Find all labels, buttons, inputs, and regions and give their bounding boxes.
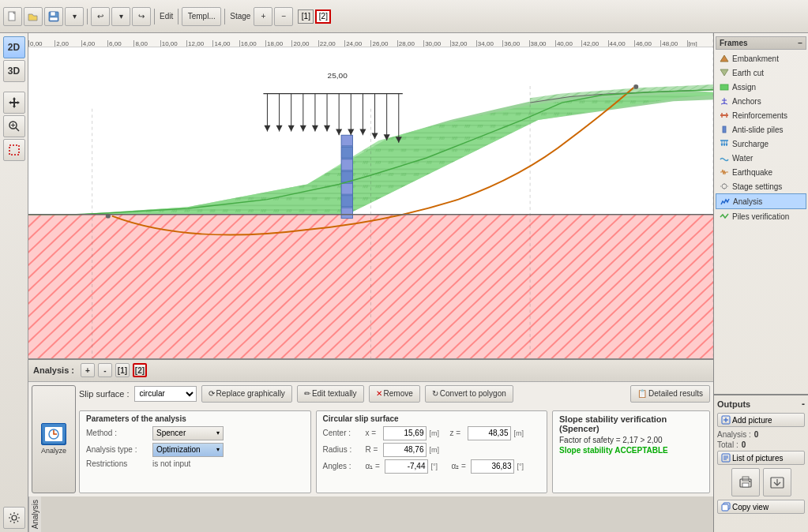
center-row: Center : x = [m] z = [m] (323, 426, 541, 440)
alpha2-input[interactable] (471, 459, 514, 474)
frames-minus[interactable]: − (798, 39, 802, 47)
edit-textually-button[interactable]: ✏ Edit textually (297, 385, 364, 403)
sidebar-item-analysis[interactable]: Analysis (716, 193, 806, 209)
x-input[interactable] (383, 426, 427, 440)
restrictions-label: Restrictions (86, 459, 149, 468)
sidebar-item-reinforcements[interactable]: Reinforcements (716, 108, 806, 122)
canvas-area[interactable]: 0,00 2,00 4,00 6,00 8,00 10,00 12,00 14,… (28, 33, 713, 358)
bottom-panel-content: Analyze Slip surface : circular non-circ… (28, 382, 713, 496)
z-input[interactable] (468, 426, 511, 440)
sidebar-item-anti-slide-piles[interactable]: Anti-slide piles (716, 122, 806, 137)
settings-button[interactable] (3, 507, 25, 529)
r-label: R = (366, 445, 380, 454)
add-picture-button[interactable]: Add picture (717, 413, 805, 427)
print-button[interactable] (731, 468, 760, 496)
select-tool-button[interactable] (3, 139, 25, 161)
undo-button[interactable]: ↩ (91, 7, 110, 26)
method-row: Method : Spencer ▾ (86, 426, 304, 440)
method-dropdown[interactable]: Spencer ▾ (152, 426, 224, 440)
top-toolbar: ▾ ↩ ▾ ↪ Edit Templ... Stage + − [1] [2] (0, 0, 808, 33)
add-stage-button[interactable]: + (254, 7, 272, 26)
remove-button[interactable]: ✕ Remove (369, 385, 420, 403)
remove-icon: ✕ (376, 389, 382, 398)
svg-point-65 (633, 84, 638, 89)
zoom-tool-button[interactable] (3, 115, 25, 137)
results-icon: 📋 (637, 389, 647, 398)
detailed-results-button[interactable]: 📋 Detailed results (630, 385, 710, 403)
r-unit: [m] (430, 446, 442, 454)
copy-view-button[interactable]: Copy view (717, 500, 805, 514)
sidebar-item-piles-verification[interactable]: Piles verification (716, 209, 806, 223)
mode-3d-button[interactable]: 3D (3, 60, 25, 82)
remove-analysis-button[interactable]: - (98, 363, 112, 377)
analysis-type-dropdown[interactable]: Optimization ▾ (152, 443, 224, 457)
undo-dropdown-button[interactable]: ▾ (111, 7, 130, 26)
analysis-stage2-button[interactable]: [2] (133, 363, 147, 377)
mode-2d-button[interactable]: 2D (3, 36, 25, 58)
stage-1-button[interactable]: [1] (298, 9, 314, 24)
left-toolbar: 2D 3D (0, 33, 28, 532)
sidebar-item-anchors[interactable]: Anchors (716, 94, 806, 108)
alpha2-unit: [°] (517, 463, 530, 470)
sidebar-item-earth-cut[interactable]: Earth cut (716, 66, 806, 80)
save-dropdown-button[interactable]: ▾ (65, 7, 84, 26)
outputs-panel: Outputs - Add picture Analysis : 0 Total… (714, 394, 808, 532)
circular-title: Circular slip surface (323, 414, 541, 423)
earthquake-icon (719, 167, 730, 178)
svg-marker-53 (300, 126, 306, 132)
total-count-row: Total : 0 (717, 440, 805, 449)
sidebar-item-surcharge[interactable]: Surcharge (716, 137, 806, 151)
template-button[interactable]: Templ... (182, 7, 221, 26)
open-button[interactable] (24, 7, 43, 26)
new-button[interactable] (3, 7, 22, 26)
remove-stage-button[interactable]: − (274, 7, 293, 26)
center-label: Center : (323, 429, 363, 437)
sidebar-item-embankment[interactable]: Embankment (716, 51, 806, 66)
sidebar-item-stage-settings[interactable]: Stage settings (716, 179, 806, 193)
parameters-box: Parameters of the analysis Method : Spen… (79, 410, 311, 493)
svg-rect-30 (341, 135, 352, 145)
sidebar-item-earthquake[interactable]: Earthquake (716, 165, 806, 179)
svg-rect-31 (341, 148, 352, 158)
svg-rect-92 (742, 483, 749, 487)
svg-rect-34 (341, 184, 352, 194)
outputs-minus-button[interactable]: - (802, 399, 805, 410)
svg-point-10 (12, 515, 17, 520)
bottom-panel: Analysis : + - [1] [2] (28, 358, 713, 496)
svg-marker-58 (359, 129, 366, 136)
replace-icon: ⟳ (209, 389, 215, 398)
replace-graphically-button[interactable]: ⟳ Replace graphically (201, 385, 292, 403)
add-analysis-button[interactable]: + (81, 363, 95, 377)
slope-acceptable: Slope stability ACCEPTABLE (559, 446, 703, 455)
svg-marker-55 (324, 126, 330, 132)
svg-rect-9 (9, 145, 19, 155)
save-button[interactable] (44, 7, 63, 26)
stage-settings-icon (719, 181, 730, 192)
analyze-button[interactable]: Analyze (32, 385, 76, 493)
redo-button[interactable]: ↪ (132, 7, 151, 26)
slip-type-select[interactable]: circular non-circular (134, 386, 197, 402)
embankment-icon (719, 53, 730, 64)
sidebar-item-assign[interactable]: Assign (716, 80, 806, 94)
analysis-count: 0 (754, 430, 759, 439)
svg-rect-4 (50, 17, 58, 21)
stage-label: Stage (230, 12, 250, 21)
results-box: Slope stability verification (Spencer) F… (552, 410, 710, 493)
convert-icon: ↻ (432, 389, 438, 398)
r-input[interactable] (383, 443, 427, 457)
sidebar-item-water[interactable]: Water (716, 151, 806, 165)
analyze-label: Analyze (41, 447, 66, 455)
export-button[interactable] (763, 468, 791, 496)
right-panel-top: Frames − Embankment Earth cut Assign (714, 33, 808, 394)
convert-to-polygon-button[interactable]: ↻ Convert to polygon (425, 385, 513, 403)
analysis-options: Slip surface : circular non-circular ⟳ R… (79, 385, 710, 493)
move-tool-button[interactable] (3, 92, 25, 114)
alpha1-input[interactable] (385, 459, 428, 474)
circular-box: Circular slip surface Center : x = [m] z… (316, 410, 548, 493)
slip-surface-row: Slip surface : circular non-circular ⟳ R… (79, 385, 710, 403)
list-pictures-button[interactable]: List of pictures (717, 451, 805, 465)
stage-2-button[interactable]: [2] (315, 9, 331, 24)
z-label: z = (450, 429, 464, 437)
svg-marker-56 (336, 129, 342, 136)
analysis-stage1-button[interactable]: [1] (115, 363, 130, 377)
